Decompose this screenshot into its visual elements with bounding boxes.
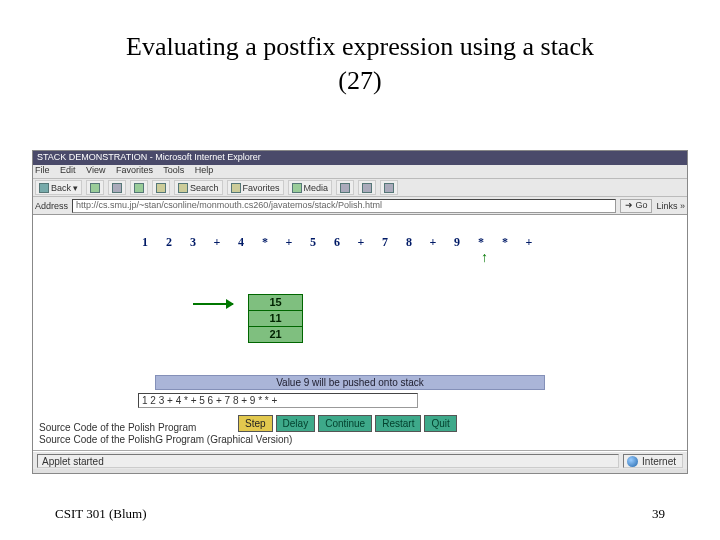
token: 5 bbox=[309, 235, 317, 250]
stack-cell: 21 bbox=[248, 326, 303, 343]
menubar: File Edit View Favorites Tools Help bbox=[33, 165, 687, 179]
address-label: Address bbox=[35, 201, 68, 211]
go-icon: ➜ bbox=[625, 200, 633, 210]
home-icon bbox=[156, 183, 166, 193]
token: + bbox=[429, 235, 437, 250]
zone-label: Internet bbox=[642, 456, 676, 467]
menu-edit[interactable]: Edit bbox=[60, 165, 76, 175]
media-button[interactable]: Media bbox=[288, 180, 333, 195]
stack-pointer-arrow-icon bbox=[193, 303, 233, 305]
restart-button[interactable]: Restart bbox=[375, 415, 421, 432]
token: * bbox=[261, 235, 269, 250]
stack-cell: 11 bbox=[248, 310, 303, 327]
menu-help[interactable]: Help bbox=[195, 165, 214, 175]
token: 7 bbox=[381, 235, 389, 250]
token: 1 bbox=[141, 235, 149, 250]
token-row: 1 2 3 + 4 * + 5 6 + 7 8 + 9 * * + bbox=[141, 235, 533, 250]
star-icon bbox=[231, 183, 241, 193]
cursor-up-arrow-icon: ↑ bbox=[481, 249, 488, 265]
mail-icon bbox=[362, 183, 372, 193]
status-text: Applet started bbox=[37, 454, 619, 468]
footer-left: CSIT 301 (Blum) bbox=[55, 506, 147, 522]
print-icon bbox=[384, 183, 394, 193]
back-button[interactable]: Back ▾ bbox=[35, 180, 82, 195]
print-button[interactable] bbox=[380, 180, 398, 195]
back-label: Back bbox=[51, 183, 71, 193]
expression-input[interactable]: 1 2 3 + 4 * + 5 6 + 7 8 + 9 * * + bbox=[138, 393, 418, 408]
token: 4 bbox=[237, 235, 245, 250]
history-button[interactable] bbox=[336, 180, 354, 195]
token: + bbox=[357, 235, 365, 250]
search-label: Search bbox=[190, 183, 219, 193]
quit-button[interactable]: Quit bbox=[424, 415, 456, 432]
title-line-1: Evaluating a postfix expression using a … bbox=[126, 32, 594, 61]
search-button[interactable]: Search bbox=[174, 180, 223, 195]
favorites-button[interactable]: Favorites bbox=[227, 180, 284, 195]
token: 2 bbox=[165, 235, 173, 250]
slide-title: Evaluating a postfix expression using a … bbox=[0, 0, 720, 98]
media-label: Media bbox=[304, 183, 329, 193]
stop-icon bbox=[112, 183, 122, 193]
stop-button[interactable] bbox=[108, 180, 126, 195]
history-icon bbox=[340, 183, 350, 193]
back-arrow-icon bbox=[39, 183, 49, 193]
title-line-2: (27) bbox=[338, 66, 381, 95]
refresh-button[interactable] bbox=[130, 180, 148, 195]
dropdown-icon: ▾ bbox=[73, 183, 78, 193]
forward-button[interactable] bbox=[86, 180, 104, 195]
forward-arrow-icon bbox=[90, 183, 100, 193]
toolbar: Back ▾ Search Favorites Media bbox=[33, 179, 687, 197]
search-icon bbox=[178, 183, 188, 193]
refresh-icon bbox=[134, 183, 144, 193]
token: 9 bbox=[453, 235, 461, 250]
go-label: Go bbox=[635, 200, 647, 210]
source-link-2[interactable]: Source Code of the PolishG Program (Grap… bbox=[39, 434, 292, 446]
favorites-label: Favorites bbox=[243, 183, 280, 193]
mail-button[interactable] bbox=[358, 180, 376, 195]
token: + bbox=[213, 235, 221, 250]
applet-area: 1 2 3 + 4 * + 5 6 + 7 8 + 9 * * + ↑ bbox=[33, 215, 687, 451]
menu-favorites[interactable]: Favorites bbox=[116, 165, 153, 175]
menu-view[interactable]: View bbox=[86, 165, 105, 175]
zone-indicator: Internet bbox=[623, 454, 683, 468]
source-link-1[interactable]: Source Code of the Polish Program bbox=[39, 422, 292, 434]
links-label[interactable]: Links » bbox=[656, 201, 685, 211]
menu-tools[interactable]: Tools bbox=[163, 165, 184, 175]
menu-file[interactable]: File bbox=[35, 165, 50, 175]
statusbar: Applet started Internet bbox=[33, 451, 687, 469]
token: 8 bbox=[405, 235, 413, 250]
address-bar: Address http://cs.smu.jp/~stan/csonline/… bbox=[33, 197, 687, 215]
slide-number: 39 bbox=[652, 506, 665, 522]
token: 6 bbox=[333, 235, 341, 250]
stack-display: 15 11 21 bbox=[248, 295, 303, 343]
continue-button[interactable]: Continue bbox=[318, 415, 372, 432]
token: + bbox=[525, 235, 533, 250]
window-titlebar: STACK DEMONSTRATION - Microsoft Internet… bbox=[33, 151, 687, 165]
address-input[interactable]: http://cs.smu.jp/~stan/csonline/monmouth… bbox=[72, 199, 616, 213]
stack-cell: 15 bbox=[248, 294, 303, 311]
token: * bbox=[501, 235, 509, 250]
media-icon bbox=[292, 183, 302, 193]
home-button[interactable] bbox=[152, 180, 170, 195]
source-links: Source Code of the Polish Program Source… bbox=[39, 422, 292, 446]
go-button[interactable]: ➜ Go bbox=[620, 199, 653, 213]
status-message: Value 9 will be pushed onto stack bbox=[155, 375, 545, 390]
browser-window: STACK DEMONSTRATION - Microsoft Internet… bbox=[32, 150, 688, 474]
token: 3 bbox=[189, 235, 197, 250]
token: * bbox=[477, 235, 485, 250]
token: + bbox=[285, 235, 293, 250]
